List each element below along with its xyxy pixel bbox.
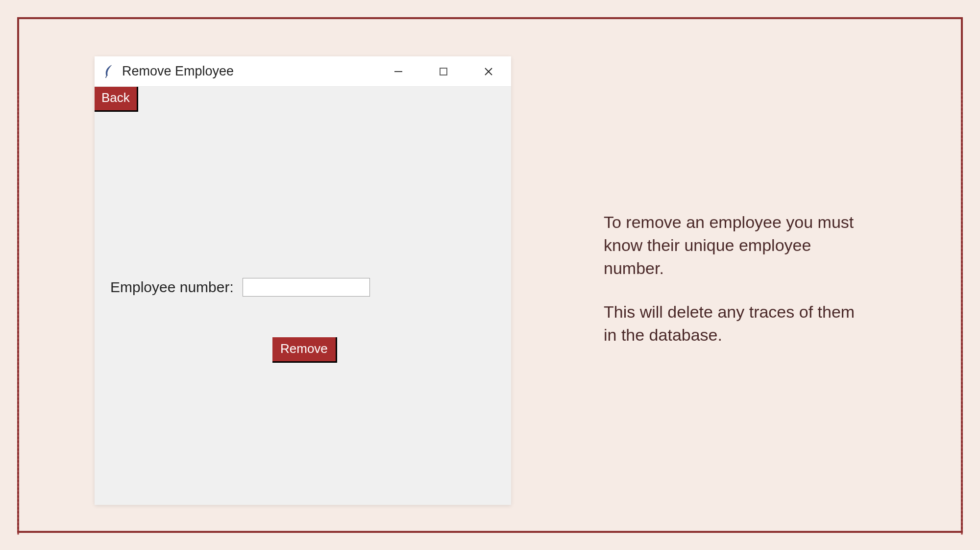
tk-feather-icon xyxy=(102,64,115,79)
titlebar: Remove Employee xyxy=(95,56,511,87)
minimize-button[interactable] xyxy=(376,56,421,86)
slide-frame-dotted-right xyxy=(961,91,963,535)
employee-number-row: Employee number: xyxy=(110,278,370,297)
window-controls xyxy=(376,56,511,86)
maximize-button[interactable] xyxy=(421,56,466,86)
window-title: Remove Employee xyxy=(122,64,376,79)
employee-number-input[interactable] xyxy=(243,278,370,297)
description-para-1: To remove an employee you must know thei… xyxy=(604,211,861,280)
slide-frame-dotted-left xyxy=(17,91,19,535)
window-body: Back Employee number: Remove xyxy=(95,87,511,505)
description-text: To remove an employee you must know thei… xyxy=(604,211,861,367)
close-button[interactable] xyxy=(466,56,511,86)
remove-button[interactable]: Remove xyxy=(272,337,337,363)
app-window: Remove Employee Back Employee number: Re… xyxy=(95,56,511,505)
employee-number-label: Employee number: xyxy=(110,279,234,296)
back-button[interactable]: Back xyxy=(95,87,138,112)
description-para-2: This will delete any traces of them in t… xyxy=(604,300,861,347)
svg-rect-1 xyxy=(440,68,447,75)
